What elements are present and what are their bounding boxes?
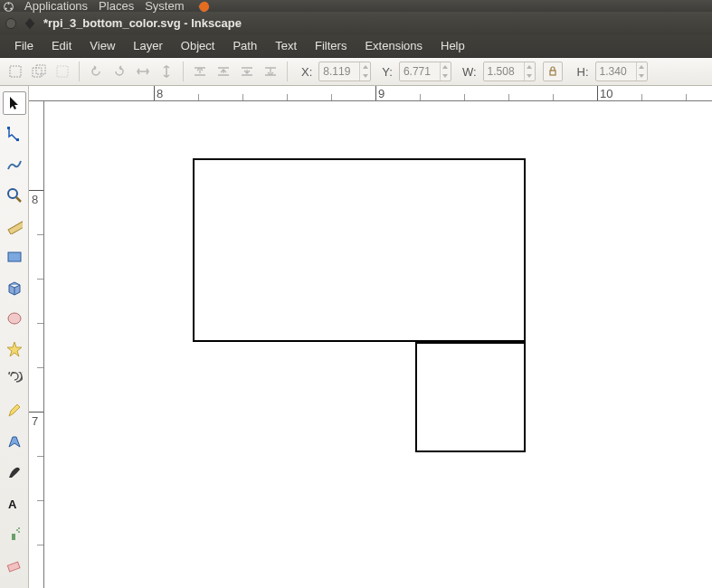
svg-point-1 xyxy=(7,3,9,5)
deselect-button[interactable] xyxy=(52,62,72,81)
selector-tool[interactable] xyxy=(3,91,26,115)
svg-point-19 xyxy=(18,531,20,533)
chevron-up-icon[interactable] xyxy=(525,62,535,71)
flip-vertical-button[interactable] xyxy=(157,62,176,81)
separator xyxy=(183,62,184,81)
h-stepper[interactable] xyxy=(636,62,647,81)
w-input[interactable] xyxy=(484,65,524,78)
rotate-ccw-button[interactable] xyxy=(86,62,106,81)
ubuntu-logo-icon xyxy=(4,1,14,11)
window-title: *rpi_3_bottom_color.svg - Inkscape xyxy=(43,16,242,30)
ruler-vertical[interactable]: 87 xyxy=(29,101,44,588)
tool-options-bar: X: Y: W: H: xyxy=(0,58,712,86)
select-all-layers-button[interactable] xyxy=(29,62,49,81)
svg-point-15 xyxy=(8,313,21,324)
chevron-up-icon[interactable] xyxy=(360,62,370,71)
svg-text:A: A xyxy=(8,498,17,511)
svg-point-3 xyxy=(5,8,7,10)
gnome-top-panel: Applications Places System xyxy=(0,0,712,12)
menu-object[interactable]: Object xyxy=(172,35,224,56)
gnome-menu-places[interactable]: Places xyxy=(99,0,134,13)
raise-top-button[interactable] xyxy=(190,62,210,81)
measure-tool[interactable] xyxy=(3,214,26,238)
svg-rect-20 xyxy=(7,562,20,572)
chevron-down-icon[interactable] xyxy=(360,71,370,81)
spiral-tool[interactable] xyxy=(3,368,26,392)
chevron-down-icon[interactable] xyxy=(441,71,451,81)
chevron-down-icon[interactable] xyxy=(637,71,647,81)
menu-layer[interactable]: Layer xyxy=(124,35,172,56)
x-stepper[interactable] xyxy=(359,62,370,81)
rectangle-small[interactable] xyxy=(415,342,526,452)
node-tool[interactable] xyxy=(3,122,26,146)
w-spinner[interactable] xyxy=(483,62,536,81)
h-spinner[interactable] xyxy=(595,62,648,81)
menu-view[interactable]: View xyxy=(81,35,124,56)
calligraphy-tool[interactable] xyxy=(3,460,26,484)
svg-rect-5 xyxy=(10,66,21,77)
zoom-tool[interactable] xyxy=(3,184,26,207)
star-tool[interactable] xyxy=(3,337,26,361)
raise-button[interactable] xyxy=(214,62,233,81)
svg-rect-10 xyxy=(7,127,10,129)
window-title-bar[interactable]: *rpi_3_bottom_color.svg - Inkscape xyxy=(0,12,712,34)
w-stepper[interactable] xyxy=(524,62,535,81)
svg-rect-11 xyxy=(16,138,19,141)
lower-button[interactable] xyxy=(237,62,257,81)
canvas[interactable] xyxy=(44,101,712,588)
svg-point-18 xyxy=(18,527,20,529)
svg-rect-13 xyxy=(8,222,23,234)
svg-point-17 xyxy=(16,529,18,531)
svg-rect-9 xyxy=(550,71,555,75)
menu-bar: File Edit View Layer Object Path Text Fi… xyxy=(0,34,712,58)
spray-tool[interactable] xyxy=(3,522,26,545)
separator xyxy=(287,62,288,81)
gnome-menu-applications[interactable]: Applications xyxy=(24,0,88,13)
box3d-tool[interactable] xyxy=(3,276,26,299)
svg-rect-6 xyxy=(33,68,42,77)
h-label: H: xyxy=(577,65,589,79)
svg-rect-7 xyxy=(36,65,45,74)
chevron-down-icon[interactable] xyxy=(525,71,535,81)
inkscape-app-icon xyxy=(24,17,36,30)
pen-tool[interactable] xyxy=(3,430,26,453)
chevron-up-icon[interactable] xyxy=(637,62,647,71)
eraser-tool[interactable] xyxy=(3,553,26,576)
pencil-tool[interactable] xyxy=(3,399,26,422)
rotate-cw-button[interactable] xyxy=(109,62,129,81)
w-label: W: xyxy=(462,65,477,79)
menu-help[interactable]: Help xyxy=(432,35,474,56)
text-tool[interactable]: A xyxy=(3,491,26,515)
x-spinner[interactable] xyxy=(318,62,371,81)
select-all-button[interactable] xyxy=(5,62,25,81)
flip-horizontal-button[interactable] xyxy=(133,62,153,81)
menu-edit[interactable]: Edit xyxy=(43,35,81,56)
ruler-horizontal[interactable]: 8910 xyxy=(29,86,712,101)
y-label: Y: xyxy=(382,65,393,79)
chevron-up-icon[interactable] xyxy=(441,62,451,71)
gnome-menu-system[interactable]: System xyxy=(145,0,184,13)
h-input[interactable] xyxy=(596,65,636,78)
svg-point-12 xyxy=(8,189,17,198)
tweak-tool[interactable] xyxy=(3,153,26,176)
y-spinner[interactable] xyxy=(399,62,451,81)
ellipse-tool[interactable] xyxy=(3,307,26,330)
menu-file[interactable]: File xyxy=(5,35,43,56)
menu-text[interactable]: Text xyxy=(266,35,306,56)
y-stepper[interactable] xyxy=(440,62,451,81)
svg-rect-14 xyxy=(8,252,21,261)
menu-filters[interactable]: Filters xyxy=(306,35,356,56)
rectangle-large[interactable] xyxy=(193,158,526,342)
svg-point-2 xyxy=(10,8,12,10)
svg-rect-8 xyxy=(57,66,68,77)
window-close-button[interactable] xyxy=(5,18,16,29)
x-input[interactable] xyxy=(319,65,359,78)
firefox-launcher-icon[interactable] xyxy=(198,1,208,11)
rectangle-tool[interactable] xyxy=(3,245,26,269)
lock-aspect-button[interactable] xyxy=(543,62,563,81)
x-label: X: xyxy=(301,65,312,79)
y-input[interactable] xyxy=(400,65,440,78)
lower-bottom-button[interactable] xyxy=(261,62,280,81)
menu-extensions[interactable]: Extensions xyxy=(356,35,432,56)
menu-path[interactable]: Path xyxy=(223,35,266,56)
